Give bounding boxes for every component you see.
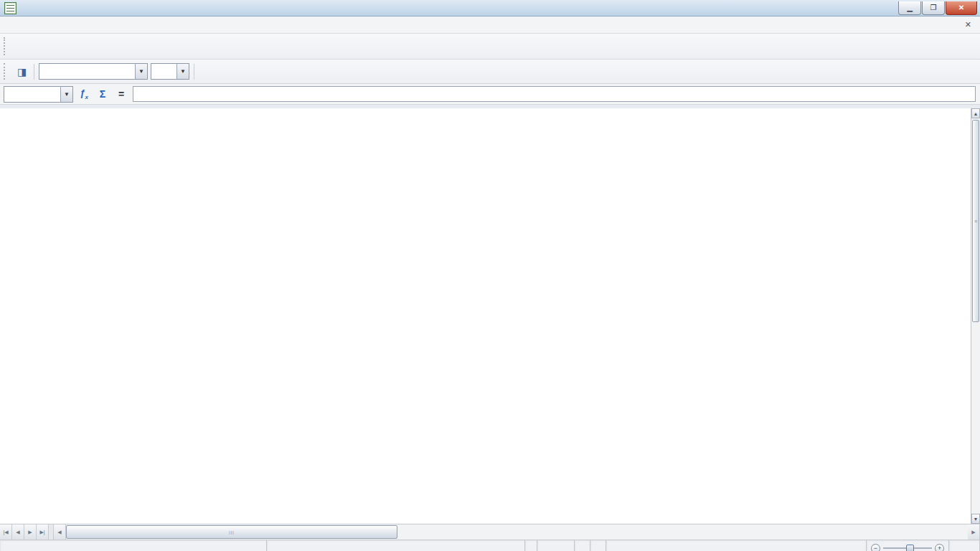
status-sum bbox=[606, 540, 867, 551]
vertical-scroll-thumb[interactable]: ≡ bbox=[972, 120, 979, 322]
status-zoom-slider[interactable]: − + bbox=[867, 540, 949, 551]
scroll-right-icon[interactable]: ▶ bbox=[968, 524, 980, 540]
first-sheet-button[interactable]: |◀ bbox=[0, 524, 12, 540]
status-signature-section bbox=[590, 540, 606, 551]
previous-sheet-button[interactable]: ◀ bbox=[12, 524, 24, 540]
spreadsheet-grid bbox=[0, 108, 971, 524]
scroll-up-icon[interactable]: ▲ bbox=[971, 108, 980, 118]
zoom-in-icon[interactable]: + bbox=[935, 544, 944, 551]
function-wizard-button[interactable]: ƒx bbox=[75, 85, 93, 103]
horizontal-scroll-thumb[interactable]: ||| bbox=[66, 525, 397, 539]
horizontal-scrollbar[interactable]: ◀ ||| ▶ bbox=[53, 524, 980, 540]
toolbar-grip[interactable] bbox=[4, 37, 10, 55]
zoom-out-icon[interactable]: − bbox=[871, 544, 880, 551]
zoom-slider-thumb[interactable] bbox=[906, 545, 914, 551]
close-document-icon[interactable]: ✕ bbox=[959, 20, 977, 29]
standard-toolbar bbox=[0, 34, 980, 60]
scroll-down-icon[interactable]: ▼ bbox=[971, 514, 980, 524]
status-page-style bbox=[267, 540, 525, 551]
styles-window-button[interactable]: ◨ bbox=[13, 62, 31, 80]
formatting-toolbar: ◨ ▼ ▼ bbox=[0, 60, 980, 84]
chevron-down-icon[interactable]: ▼ bbox=[60, 87, 72, 102]
styles-icon: ◨ bbox=[17, 67, 27, 77]
font-size-combo[interactable]: ▼ bbox=[151, 63, 189, 80]
status-bar: − + bbox=[0, 540, 980, 551]
status-modified-section bbox=[575, 540, 590, 551]
next-sheet-button[interactable]: ▶ bbox=[24, 524, 37, 540]
spreadsheet-area: ▲ ≡ ▼ bbox=[0, 108, 980, 524]
status-empty-section bbox=[525, 540, 537, 551]
app-icon bbox=[4, 2, 17, 14]
last-sheet-button[interactable]: ▶| bbox=[37, 524, 49, 540]
sheet-tab-bar: |◀ ◀ ▶ ▶| ◀ ||| ▶ bbox=[0, 524, 980, 540]
chevron-down-icon[interactable]: ▼ bbox=[135, 64, 147, 79]
toolbar-grip[interactable] bbox=[4, 63, 10, 80]
application-window: ▁ ❐ ✕ ✕ ◨ ▼ ▼ ▼ ƒx Σ = bbox=[0, 0, 980, 551]
status-selection-mode bbox=[537, 540, 575, 551]
font-name-combo[interactable]: ▼ bbox=[39, 63, 148, 80]
status-sheet-position bbox=[0, 540, 267, 551]
close-button[interactable]: ✕ bbox=[946, 1, 977, 15]
chevron-down-icon[interactable]: ▼ bbox=[176, 64, 189, 79]
name-box[interactable]: ▼ bbox=[4, 86, 73, 103]
formula-input[interactable] bbox=[133, 86, 976, 102]
equals-button[interactable]: = bbox=[112, 85, 131, 103]
minimize-button[interactable]: ▁ bbox=[898, 1, 921, 15]
formula-bar: ▼ ƒx Σ = bbox=[0, 84, 980, 105]
menu-bar: ✕ bbox=[0, 17, 980, 34]
sum-button[interactable]: Σ bbox=[93, 85, 112, 103]
title-bar: ▁ ❐ ✕ bbox=[0, 0, 980, 17]
scroll-left-icon[interactable]: ◀ bbox=[54, 524, 66, 540]
vertical-scrollbar[interactable]: ▲ ≡ ▼ bbox=[971, 108, 980, 524]
restore-button[interactable]: ❐ bbox=[922, 1, 945, 15]
status-zoom-level bbox=[949, 540, 980, 551]
